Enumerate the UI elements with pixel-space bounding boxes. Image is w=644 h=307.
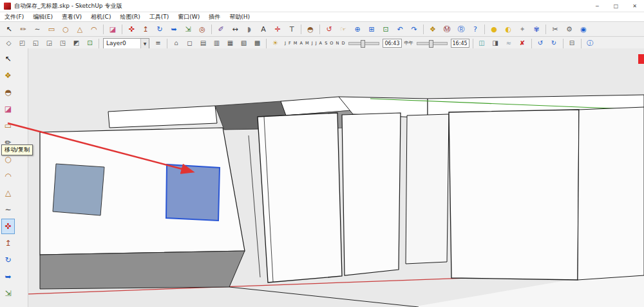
lt-scale-tool[interactable]: ⇲	[1, 286, 15, 301]
lt-follow-me-tool[interactable]: ➥	[1, 269, 15, 284]
offset-tool[interactable]: ◎	[196, 23, 209, 35]
window-left[interactable]	[53, 164, 104, 215]
zoom-extents-icon[interactable]: ⊡	[84, 37, 96, 49]
flower-icon[interactable]: ✾	[530, 23, 543, 35]
wall-panel-3[interactable]	[406, 114, 449, 264]
paint-bucket-tool[interactable]: ◓	[304, 23, 317, 35]
make-component-tool[interactable]: ❖	[426, 23, 439, 35]
line-tool[interactable]: ✏	[17, 23, 30, 35]
move-tool[interactable]: ✜	[125, 23, 138, 35]
view-left-icon[interactable]: ◩	[70, 37, 82, 49]
lt-rectangle-tool[interactable]: ▭	[1, 118, 15, 134]
display-xray-icon[interactable]: ⌂	[170, 37, 182, 49]
display-backedge-icon[interactable]: ▩	[251, 37, 263, 49]
polygon-tool[interactable]: △	[73, 23, 86, 35]
lt-arc-tool[interactable]: ◠	[1, 168, 15, 184]
time-slider-thumb[interactable]	[429, 40, 433, 48]
lt-eraser-tool[interactable]: ◪	[1, 101, 15, 117]
model-viewport[interactable]	[28, 48, 644, 307]
lt-offset-tool[interactable]: ◎	[1, 302, 15, 307]
star-icon[interactable]: ✦	[516, 23, 529, 35]
arc-tool[interactable]: ◠	[88, 23, 100, 35]
view-front-icon[interactable]: ◱	[30, 37, 42, 49]
shadow-settings-icon[interactable]: ☀	[269, 37, 281, 49]
view-back-icon[interactable]: ◳	[57, 37, 69, 49]
layer-dropdown[interactable]: Layer0 ▼	[103, 38, 149, 49]
ground-patch[interactable]	[40, 251, 245, 289]
lt-push-pull-tool[interactable]: ↥	[1, 235, 15, 251]
orbit-tool[interactable]: ↺	[323, 23, 336, 35]
circle-tool[interactable]: ○	[59, 23, 72, 35]
zoom-tool[interactable]: ⊕	[351, 23, 364, 35]
protractor-tool[interactable]: ◗	[243, 23, 256, 35]
fog-icon[interactable]: ≈	[503, 37, 515, 49]
shadow-time-end[interactable]: 16:45	[451, 39, 469, 48]
zoom-extents-tool[interactable]: ⊡	[379, 23, 392, 35]
print-icon[interactable]: ⊟	[566, 37, 578, 49]
shadow-date-slider[interactable]	[348, 42, 379, 45]
warehouse-icon[interactable]: Ⓜ	[440, 23, 453, 35]
display-shaded-icon[interactable]: ▥	[211, 37, 223, 49]
3d-text-tool[interactable]: T	[285, 23, 298, 35]
view-top-icon[interactable]: ◰	[16, 37, 28, 49]
display-wireframe-icon[interactable]: ◻	[184, 37, 196, 49]
lt-make-component-tool[interactable]: ❖	[1, 68, 15, 83]
lt-paint-bucket-tool[interactable]: ◓	[1, 84, 15, 100]
lt-polygon-tool[interactable]: △	[1, 185, 15, 201]
wall-panel-2[interactable]	[342, 113, 401, 275]
wall-panel-4[interactable]	[449, 110, 579, 280]
lt-freehand-tool[interactable]: ∼	[1, 202, 15, 217]
menu-draw[interactable]: 绘图(R)	[115, 13, 144, 21]
view-iso-icon[interactable]: ◇	[3, 37, 15, 49]
section-cuts-icon[interactable]: ◨	[489, 37, 502, 49]
gear-icon[interactable]: ⚙	[563, 23, 576, 35]
tape-measure-tool[interactable]: ✐	[214, 23, 227, 35]
scale-tool[interactable]: ⇲	[182, 23, 194, 35]
shadow-time-slider[interactable]	[417, 42, 448, 45]
display-mono-icon[interactable]: ▧	[238, 37, 250, 49]
section-plane-icon[interactable]: ◫	[476, 37, 488, 49]
layer-manager-icon[interactable]: ≡	[152, 37, 164, 49]
share-model-icon[interactable]: Ⓡ	[455, 23, 468, 35]
axes-tool[interactable]: ✛	[271, 23, 284, 35]
previous-view-tool[interactable]: ↶	[393, 23, 406, 35]
wall-panel-1[interactable]	[258, 113, 342, 282]
text-tool[interactable]: A	[257, 23, 270, 35]
menu-file[interactable]: 文件(F)	[0, 13, 28, 21]
sun-icon[interactable]: ●	[488, 23, 500, 35]
menu-window[interactable]: 窗口(W)	[173, 13, 204, 21]
globe-icon[interactable]: ◉	[577, 23, 590, 35]
push-pull-tool[interactable]: ↥	[139, 23, 152, 35]
lt-move-tool[interactable]: ✜	[1, 219, 15, 234]
lt-select-tool[interactable]: ↖	[1, 51, 15, 66]
maximize-button[interactable]: □	[607, 0, 625, 12]
menu-view[interactable]: 查看(V)	[57, 13, 86, 21]
select-tool[interactable]: ↖	[3, 23, 15, 35]
close-button[interactable]: ✕	[625, 0, 644, 12]
zoom-window-tool[interactable]: ⊞	[365, 23, 378, 35]
redo-icon[interactable]: ↻	[548, 37, 560, 49]
eraser-tool[interactable]: ◪	[106, 23, 119, 35]
window-selected[interactable]	[166, 164, 220, 221]
shadow-time-start[interactable]: 06:43	[383, 39, 401, 48]
model-info-icon[interactable]: ⓘ	[584, 37, 596, 49]
dimension-tool[interactable]: ↔	[229, 23, 242, 35]
lt-rotate-tool[interactable]: ↻	[1, 252, 15, 268]
delete-icon[interactable]: ✘	[516, 37, 529, 49]
menu-tools[interactable]: 工具(T)	[145, 13, 174, 21]
pan-tool[interactable]: ☞	[337, 23, 350, 35]
next-view-tool[interactable]: ↷	[408, 23, 421, 35]
shadow-ball-icon[interactable]: ◐	[502, 23, 515, 35]
minimize-button[interactable]: ─	[588, 0, 607, 12]
menu-plugins[interactable]: 插件	[204, 13, 225, 21]
menu-camera[interactable]: 相机(C)	[86, 13, 115, 21]
wall-panel-5[interactable]	[578, 107, 644, 280]
display-textured-icon[interactable]: ▦	[224, 37, 236, 49]
freehand-tool[interactable]: ∼	[31, 23, 44, 35]
help-icon[interactable]: ?	[469, 23, 482, 35]
rotate-tool[interactable]: ↻	[153, 23, 166, 35]
follow-me-tool[interactable]: ➥	[167, 23, 180, 35]
roof-fascia-left[interactable]	[108, 106, 217, 128]
undo-icon[interactable]: ↺	[535, 37, 547, 49]
scissors-icon[interactable]: ✂	[549, 23, 562, 35]
